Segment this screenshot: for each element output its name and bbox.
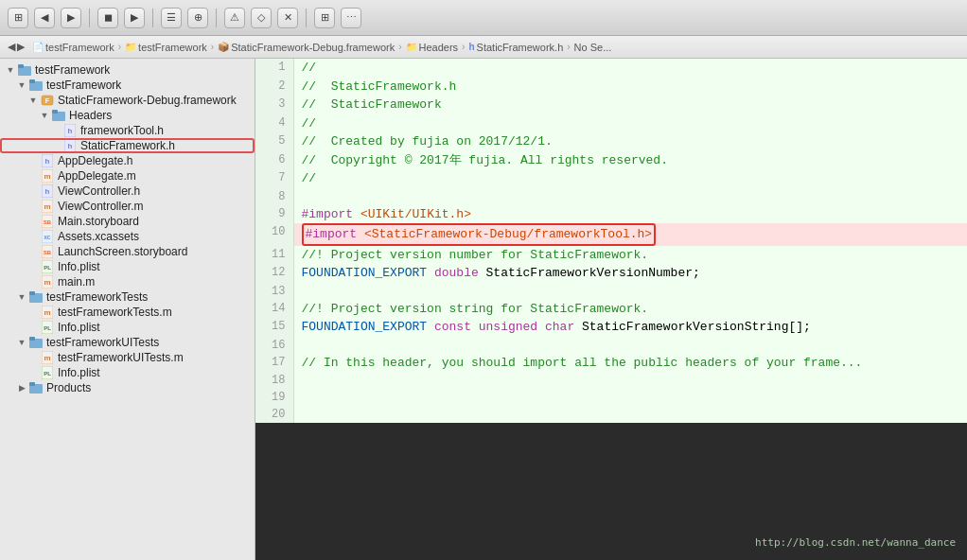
code-line-20: 20 [255, 406, 967, 423]
sidebar-item-19[interactable]: mtestFrameworkUITests.m [0, 350, 255, 365]
item-label-7: AppDelegate.m [58, 169, 136, 183]
line-code-9[interactable]: #import <UIKit/UIKit.h> [293, 205, 967, 224]
line-code-18[interactable] [293, 372, 967, 389]
sidebar-item-12[interactable]: SBLaunchScreen.storyboard [0, 244, 255, 259]
sidebar-item-2[interactable]: ▼FStaticFramework-Debug.framework [0, 93, 255, 108]
line-code-20[interactable] [293, 406, 967, 423]
toolbar-btn-forward[interactable]: ▶ [61, 8, 81, 28]
line-number-12: 12 [255, 264, 293, 283]
toolbar-btn-layout[interactable]: ⊞ [314, 8, 335, 28]
disclosure-1[interactable]: ▼ [15, 80, 28, 90]
svg-text:m: m [44, 202, 50, 211]
item-label-3: Headers [69, 109, 112, 122]
breadcrumb-item-4[interactable]: StaticFramework.h [477, 42, 564, 53]
code-line-10: 10#import <StaticFramework-Debug/framewo… [255, 223, 967, 246]
breadcrumb-item-1[interactable]: testFramework [138, 42, 207, 53]
line-code-1[interactable]: // [293, 59, 967, 78]
line-code-4[interactable]: // [293, 114, 967, 133]
code-line-14: 14//! Project version string for StaticF… [255, 300, 967, 319]
toolbar-btn-diamond[interactable]: ◇ [251, 8, 272, 28]
line-code-19[interactable] [293, 389, 967, 406]
sidebar-item-17[interactable]: PLInfo.plist [0, 320, 255, 335]
line-code-17[interactable]: // In this header, you should import all… [293, 354, 967, 373]
line-code-13[interactable] [293, 283, 967, 300]
line-number-11: 11 [255, 246, 293, 265]
sidebar-item-10[interactable]: SBMain.storyboard [0, 214, 255, 229]
breadcrumb-item-2[interactable]: StaticFramework-Debug.framework [231, 42, 395, 53]
code-line-18: 18 [255, 372, 967, 389]
disclosure-2[interactable]: ▼ [26, 96, 40, 105]
toolbar: ⊞ ◀ ▶ ◼ ▶ ☰ ⊕ ⚠ ◇ ✕ ⊞ ⋯ [0, 0, 967, 36]
sidebar-item-0[interactable]: ▼testFramework [0, 62, 255, 78]
disclosure-21[interactable]: ▶ [15, 383, 28, 393]
sidebar-item-14[interactable]: mmain.m [0, 274, 255, 289]
line-code-5[interactable]: // Created by fujia on 2017/12/1. [293, 132, 967, 151]
sidebar-item-11[interactable]: XCAssets.xcassets [0, 229, 255, 244]
disclosure-18[interactable]: ▼ [15, 338, 28, 347]
code-line-13: 13 [255, 283, 967, 300]
line-code-10[interactable]: #import <StaticFramework-Debug/framework… [293, 223, 967, 246]
sidebar-item-13[interactable]: PLInfo.plist [0, 259, 255, 274]
editor[interactable]: 1//2// StaticFramework.h3// StaticFramew… [255, 59, 967, 423]
breadcrumb-item-5[interactable]: No Se... [574, 42, 612, 53]
disclosure-3[interactable]: ▼ [38, 111, 51, 120]
file-icon-18 [28, 336, 44, 349]
line-code-15[interactable]: FOUNDATION_EXPORT const unsigned char St… [293, 318, 967, 337]
code-line-1: 1// [255, 59, 967, 78]
line-code-2[interactable]: // StaticFramework.h [293, 78, 967, 96]
toolbar-btn-back[interactable]: ◀ [34, 8, 55, 28]
sidebar-item-18[interactable]: ▼testFrameworkUITests [0, 335, 255, 350]
sidebar-item-9[interactable]: mViewController.m [0, 199, 255, 214]
svg-text:m: m [44, 354, 50, 362]
sidebar-item-5[interactable]: hStaticFramework.h [0, 138, 255, 153]
sidebar-item-6[interactable]: hAppDelegate.h [0, 153, 255, 168]
code-line-11: 11//! Project version number for StaticF… [255, 246, 967, 265]
toolbar-btn-run[interactable]: ▶ [124, 8, 145, 28]
sidebar-item-4[interactable]: hframeworkTool.h [0, 123, 255, 138]
breadcrumb-item-0[interactable]: testFramework [45, 42, 114, 53]
file-icon-9: m [40, 200, 55, 213]
toolbar-btn-close[interactable]: ✕ [277, 8, 298, 28]
line-number-19: 19 [255, 389, 293, 406]
line-code-7[interactable]: // [293, 169, 967, 188]
breadcrumb-nav-prev[interactable]: ◀ [8, 41, 15, 53]
file-icon-17: PL [40, 321, 55, 334]
sidebar-item-7[interactable]: mAppDelegate.m [0, 168, 255, 184]
item-label-17: Info.plist [58, 321, 100, 334]
sidebar-item-16[interactable]: mtestFrameworkTests.m [0, 305, 255, 320]
toolbar-btn-stop[interactable]: ◼ [97, 8, 118, 28]
line-number-5: 5 [255, 132, 293, 151]
toolbar-btn-scheme[interactable]: ☰ [161, 8, 182, 28]
sidebar[interactable]: ▼testFramework▼testFramework▼FStaticFram… [0, 59, 255, 560]
line-code-3[interactable]: // StaticFramework [293, 96, 967, 114]
breadcrumb-item-3[interactable]: Headers [419, 42, 459, 53]
disclosure-15[interactable]: ▼ [15, 292, 28, 302]
line-number-17: 17 [255, 354, 293, 373]
disclosure-0[interactable]: ▼ [4, 65, 17, 75]
sidebar-item-1[interactable]: ▼testFramework [0, 78, 255, 93]
toolbar-btn-more[interactable]: ⋯ [341, 8, 361, 28]
file-icon-12: SB [40, 245, 55, 258]
sidebar-item-8[interactable]: hViewController.h [0, 184, 255, 199]
line-code-11[interactable]: //! Project version number for StaticFra… [293, 246, 967, 265]
svg-text:m: m [44, 172, 50, 181]
toolbar-btn-grid[interactable]: ⊞ [8, 8, 28, 28]
line-code-8[interactable] [293, 188, 967, 205]
svg-text:h: h [45, 187, 50, 196]
code-line-7: 7// [255, 169, 967, 188]
file-icon-20: PL [40, 366, 55, 379]
sidebar-item-3[interactable]: ▼Headers [0, 108, 255, 123]
sidebar-item-20[interactable]: PLInfo.plist [0, 365, 255, 380]
line-code-16[interactable] [293, 337, 967, 354]
toolbar-btn-add[interactable]: ⊕ [187, 8, 208, 28]
line-code-14[interactable]: //! Project version string for StaticFra… [293, 300, 967, 319]
line-code-6[interactable]: // Copyright © 2017年 fujia. All rights r… [293, 151, 967, 170]
toolbar-btn-warn[interactable]: ⚠ [224, 8, 245, 28]
item-label-13: Info.plist [58, 260, 100, 273]
item-label-10: Main.storyboard [58, 215, 139, 228]
svg-text:SB: SB [44, 219, 52, 225]
line-code-12[interactable]: FOUNDATION_EXPORT double StaticFramework… [293, 264, 967, 283]
breadcrumb-nav-next[interactable]: ▶ [17, 41, 25, 53]
sidebar-item-15[interactable]: ▼testFrameworkTests [0, 289, 255, 305]
sidebar-item-21[interactable]: ▶Products [0, 380, 255, 395]
